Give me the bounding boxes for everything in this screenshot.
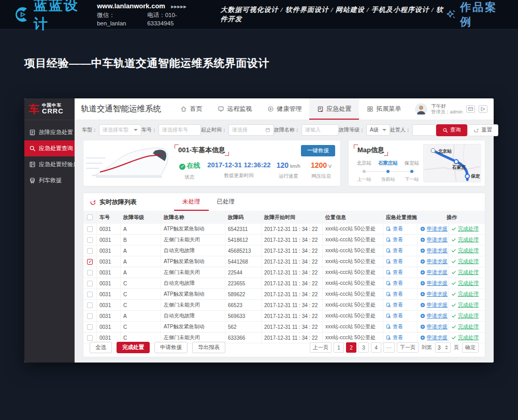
request-rescue-action[interactable]: 申请求援: [418, 278, 449, 288]
complete-action[interactable]: 完成处理: [449, 278, 486, 288]
time-range-input[interactable]: 请选择: [228, 124, 274, 136]
view-action[interactable]: 查看: [383, 311, 418, 321]
export-report-button[interactable]: 导出报表: [192, 342, 225, 353]
complete-action[interactable]: 完成处理: [449, 289, 486, 299]
row-checkbox[interactable]: [83, 289, 97, 299]
reset-button[interactable]: 重置: [467, 124, 498, 136]
messages-button[interactable]: [466, 105, 475, 113]
map-thumbnail[interactable]: 北京站 石家庄 保定: [423, 144, 481, 182]
cell-fault-code: 562: [225, 322, 262, 332]
complete-action[interactable]: 完成处理: [449, 235, 486, 245]
request-rescue-action[interactable]: 申请求援: [418, 245, 449, 256]
complete-action[interactable]: 完成处理: [449, 300, 486, 310]
row-checkbox[interactable]: [83, 235, 97, 245]
complete-handle-button[interactable]: 完成处置: [117, 342, 150, 353]
nav-remote-monitor[interactable]: 远程监视: [210, 98, 260, 120]
sidebar-item-label: 故障应急处置: [39, 128, 73, 136]
request-rescue-action[interactable]: 申请求援: [418, 300, 449, 310]
nav-emergency[interactable]: 应急处置: [309, 98, 359, 120]
row-checkbox[interactable]: [83, 311, 97, 321]
table-row: 0031 C ATP触发紧急制动 562 2017-12-31 11 : 34 …: [83, 322, 485, 332]
page-button[interactable]: ···: [383, 342, 395, 353]
view-action[interactable]: 查看: [383, 235, 418, 245]
sidebar-item-fault-emergency[interactable]: 故障应急处置: [24, 124, 75, 140]
stepper-icon[interactable]: [445, 345, 448, 350]
view-action[interactable]: 查看: [383, 332, 418, 343]
cell-car-no: 0031: [97, 332, 121, 343]
sidebar-item-train-rescue[interactable]: 列车救援: [24, 172, 75, 189]
website-url[interactable]: www.lanlanwork.com: [97, 2, 165, 10]
page-button[interactable]: 下一页: [397, 342, 419, 353]
complete-action[interactable]: 完成处理: [449, 332, 486, 343]
select-all-checkbox[interactable]: [83, 211, 97, 224]
handler-input[interactable]: [412, 124, 436, 136]
emergency-doc-icon: [317, 106, 324, 112]
view-action[interactable]: 查看: [383, 256, 418, 267]
row-checkbox[interactable]: [83, 256, 97, 267]
page-button[interactable]: 3: [358, 342, 369, 353]
page-button[interactable]: 4: [371, 342, 381, 353]
complete-action[interactable]: 完成处理: [449, 311, 486, 321]
view-action[interactable]: 查看: [383, 322, 418, 332]
view-action[interactable]: 查看: [383, 224, 418, 234]
row-checkbox[interactable]: [83, 278, 97, 288]
cell-car-no: 0031: [97, 224, 121, 234]
row-checkbox[interactable]: [83, 224, 97, 234]
tab-unhandled[interactable]: 未处理: [174, 193, 209, 211]
logout-button[interactable]: [479, 105, 487, 113]
complete-action[interactable]: 完成处理: [449, 322, 486, 332]
row-checkbox[interactable]: [83, 300, 97, 310]
cell-fault-name: ATP触发紧急制动: [161, 322, 225, 332]
row-checkbox[interactable]: [83, 332, 97, 343]
request-rescue-action[interactable]: 申请求援: [418, 224, 449, 234]
cell-fault-level: C: [121, 278, 161, 288]
complete-action[interactable]: 完成处理: [449, 224, 486, 234]
cell-fault-name: ATP触发紧急制动: [161, 224, 225, 234]
car-type-select[interactable]: 请选择车型: [99, 124, 141, 136]
view-action[interactable]: 查看: [383, 278, 418, 288]
complete-action[interactable]: 完成处理: [449, 245, 486, 256]
arrows-decoration: ▸▸▸▸▸: [171, 4, 187, 9]
row-checkbox[interactable]: [83, 267, 97, 278]
row-checkbox[interactable]: [83, 322, 97, 332]
complete-action[interactable]: 完成处理: [449, 267, 486, 278]
fault-name-input[interactable]: 请输入: [301, 124, 339, 136]
tab-handled[interactable]: 已处理: [209, 193, 243, 211]
cell-fault-code: 6542311: [225, 224, 262, 234]
cell-fault-level: A: [121, 267, 161, 278]
portfolio-link[interactable]: 作品案例: [445, 0, 506, 29]
sidebar-item-experience-lib[interactable]: 应急处置经验库: [24, 156, 75, 172]
page-button[interactable]: 1: [334, 342, 344, 353]
row-checkbox[interactable]: [83, 245, 97, 256]
avatar[interactable]: [415, 103, 427, 115]
clipboard-icon: [29, 129, 36, 136]
request-rescue-action[interactable]: 申请求援: [418, 311, 449, 321]
complete-action[interactable]: 完成处理: [449, 256, 486, 267]
car-no-input[interactable]: 请选择车号: [159, 124, 201, 136]
search-button[interactable]: 查询: [436, 124, 467, 136]
nav-home[interactable]: 首页: [172, 98, 210, 120]
nav-more-menu[interactable]: 拓展菜单: [359, 98, 409, 120]
request-rescue-action[interactable]: 申请求援: [418, 256, 449, 267]
request-rescue-action[interactable]: 申请求援: [418, 267, 449, 278]
request-rescue-action[interactable]: 申请求援: [418, 289, 449, 299]
refresh-icon[interactable]: [90, 199, 96, 206]
page-jump-input[interactable]: 3: [435, 342, 451, 353]
one-key-rescue-button[interactable]: 一键救援: [301, 145, 335, 156]
view-action[interactable]: 查看: [383, 245, 418, 256]
page-button[interactable]: 上一页: [310, 342, 332, 353]
page-button[interactable]: 2: [346, 342, 356, 353]
fault-level-select[interactable]: A级: [366, 124, 390, 136]
view-action[interactable]: 查看: [383, 289, 418, 299]
view-action[interactable]: 查看: [383, 267, 418, 278]
select-all-button[interactable]: 全选: [90, 342, 112, 353]
request-rescue-action[interactable]: 申请求援: [418, 322, 449, 332]
request-rescue-action[interactable]: 申请求援: [418, 332, 449, 343]
cell-fault-level: A: [121, 224, 161, 234]
request-rescue-action[interactable]: 申请求援: [418, 235, 449, 245]
confirm-page-button[interactable]: 确定: [462, 342, 479, 353]
nav-health[interactable]: 健康管理: [260, 98, 309, 120]
sidebar-item-emergency-query[interactable]: 应急处置查询: [24, 140, 75, 156]
apply-rescue-button[interactable]: 申请救援: [154, 342, 188, 353]
view-action[interactable]: 查看: [383, 300, 418, 310]
